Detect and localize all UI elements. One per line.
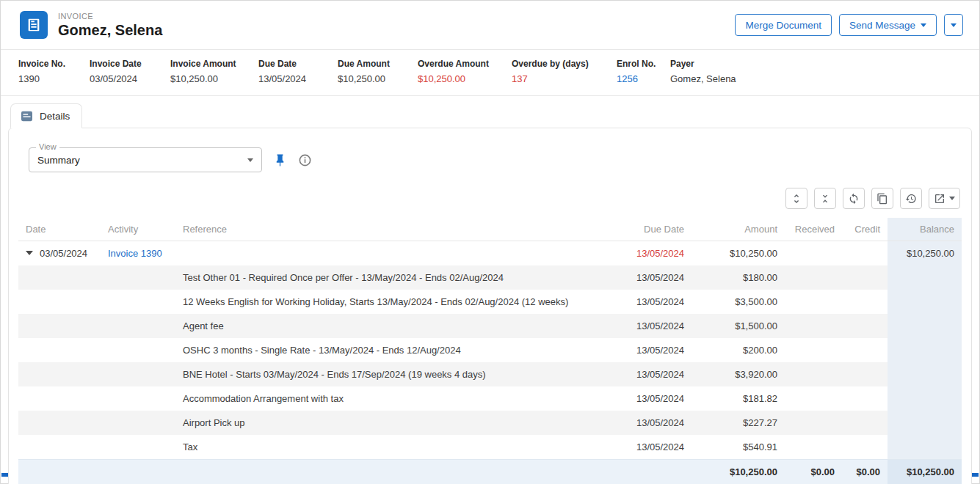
view-info-button[interactable] [298,153,312,167]
amount-cell: $181.82 [692,386,785,411]
details-panel: View Summary [8,128,972,484]
summary-field-invoice-no: Invoice No. 1390 [18,59,90,84]
amount-cell: $180.00 [692,265,785,290]
due-date-cell: 13/05/2024 [618,338,692,362]
credit-cell [842,386,888,411]
date-cell: 03/05/2024 [18,241,101,266]
title-block: INVOICE Gomez, Selena [58,12,162,39]
credit-cell [842,241,888,266]
due-date-cell: 13/05/2024 [618,411,692,435]
invoice-lines-table: Date Activity Reference Due Date Amount … [18,218,962,484]
date-cell [18,290,101,314]
history-button[interactable] [900,188,922,209]
activity-cell [101,290,175,314]
view-select[interactable]: View Summary [29,147,262,172]
column-header-reference[interactable]: Reference [175,218,618,241]
reference-cell [175,241,618,266]
reference-cell: 12 Weeks English for Working Holiday, St… [175,290,618,314]
credit-cell [842,338,888,362]
activity-cell [101,411,175,435]
collapse-all-rows-button[interactable] [814,188,836,209]
column-header-received[interactable]: Received [785,218,842,241]
field-value: 13/05/2024 [258,73,338,84]
refresh-button[interactable] [843,188,865,209]
more-actions-button[interactable] [944,14,963,36]
enrol-no-link[interactable]: 1256 [617,73,670,84]
table-row: OSHC 3 months - Single Rate - 13/May/202… [18,338,962,362]
activity-cell [101,435,175,460]
date-cell [18,362,101,386]
send-message-button[interactable]: Send Message [839,14,937,36]
balance-cell [888,290,962,314]
field-label: Payer [670,59,962,69]
entity-type-label: INVOICE [58,12,162,21]
column-header-date[interactable]: Date [18,218,101,241]
total-credit: $0.00 [842,460,888,484]
chevron-down-icon [921,23,926,27]
tab-details-label: Details [40,111,70,122]
balance-cell [888,435,962,460]
amount-cell: $3,920.00 [692,362,785,386]
refresh-icon [848,193,860,205]
due-date-cell: 13/05/2024 [618,314,692,338]
view-select-label: View [36,142,59,151]
summary-field-payer: Payer Gomez, Selena [670,59,962,84]
expand-all-rows-button[interactable] [785,188,807,209]
tab-details[interactable]: Details [10,103,82,128]
activity-cell [101,314,175,338]
balance-cell [888,362,962,386]
credit-cell [842,362,888,386]
activity-cell [101,338,175,362]
column-header-balance[interactable]: Balance [888,218,962,241]
date-cell [18,314,101,338]
header-actions: Merge Document Send Message [735,14,963,36]
invoice-parent-row: 03/05/2024 Invoice 1390 13/05/2024 $10,2… [18,241,962,266]
copy-grid-button[interactable] [871,188,893,209]
received-cell [785,435,842,460]
field-label: Overdue Amount [418,59,512,69]
due-date-cell [618,460,692,484]
page-header: INVOICE Gomez, Selena Merge Document Sen… [1,1,979,49]
push-pin-icon [273,153,287,167]
date-cell [18,338,101,362]
due-date-cell: 13/05/2024 [618,386,692,411]
history-icon [905,193,917,205]
export-icon [934,193,945,205]
reference-cell: Airport Pick up [175,411,618,435]
date-cell [18,411,101,435]
pin-view-button[interactable] [273,153,287,167]
grid-toolbar [18,188,960,209]
date-cell [18,460,101,484]
credit-cell [842,435,888,460]
due-date-cell: 13/05/2024 [618,362,692,386]
table-row: Agent fee 13/05/2024 $1,500.00 [18,314,962,338]
column-header-credit[interactable]: Credit [842,218,888,241]
balance-cell [888,411,962,435]
field-value: $10,250.00 [338,73,418,84]
column-header-activity[interactable]: Activity [101,218,175,241]
amount-cell: $200.00 [692,338,785,362]
invoice-link[interactable]: Invoice 1390 [108,248,162,259]
due-date-cell: 13/05/2024 [618,290,692,314]
column-header-due-date[interactable]: Due Date [618,218,692,241]
table-row: Test Other 01 - Required Once per Offer … [18,265,962,290]
received-cell [785,314,842,338]
activity-cell [101,386,175,411]
activity-cell [101,362,175,386]
date-cell [18,265,101,290]
column-header-amount[interactable]: Amount [692,218,785,241]
summary-field-due-date: Due Date 13/05/2024 [258,59,338,84]
table-row: Tax 13/05/2024 $540.91 [18,435,962,460]
field-label: Invoice Amount [170,59,258,69]
balance-cell: $10,250.00 [888,241,962,266]
received-cell [785,411,842,435]
summary-field-overdue-days: Overdue by (days) 137 [512,59,617,84]
table-row: Accommodation Arrangement with tax 13/05… [18,386,962,411]
date-value: 03/05/2024 [40,248,87,259]
export-button[interactable] [929,188,960,209]
amount-cell: $227.27 [692,411,785,435]
row-collapse-icon[interactable] [26,251,33,255]
field-label: Invoice Date [90,59,170,69]
received-cell [785,265,842,290]
merge-document-button[interactable]: Merge Document [735,14,832,36]
